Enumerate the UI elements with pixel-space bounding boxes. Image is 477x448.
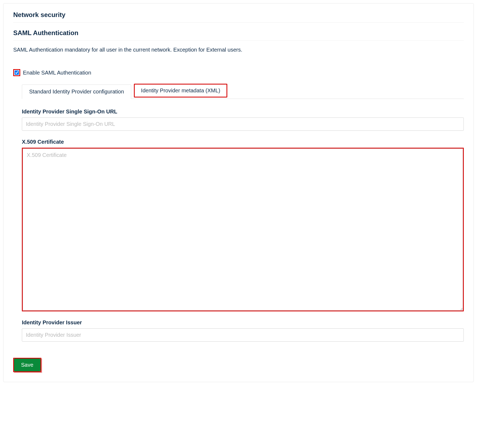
button-row: Save: [13, 358, 464, 372]
tab-idp-metadata[interactable]: Identity Provider metadata (XML): [134, 84, 227, 97]
enable-saml-highlight: [13, 69, 20, 76]
issuer-input[interactable]: [22, 328, 464, 342]
certificate-textarea[interactable]: [23, 149, 463, 311]
certificate-highlight: [22, 148, 464, 311]
section-title: SAML Authentication: [13, 29, 464, 41]
certificate-group: X.509 Certificate: [22, 139, 464, 311]
certificate-label: X.509 Certificate: [22, 139, 464, 145]
enable-saml-checkbox[interactable]: [15, 70, 19, 75]
sso-url-input[interactable]: [22, 117, 464, 131]
issuer-label: Identity Provider Issuer: [22, 319, 464, 326]
issuer-group: Identity Provider Issuer: [22, 319, 464, 342]
save-button[interactable]: Save: [14, 359, 40, 371]
save-button-highlight: Save: [13, 358, 41, 372]
form-section: Identity Provider Single Sign-On URL X.5…: [22, 109, 464, 342]
tabs-container: Standard Identity Provider configuration…: [22, 84, 464, 99]
tab-metadata-label: Identity Provider metadata (XML): [141, 87, 220, 93]
section-description: SAML Authentication mandatory for all us…: [13, 47, 464, 53]
enable-saml-label: Enable SAML Authentication: [23, 70, 91, 76]
tab-standard-label: Standard Identity Provider configuration: [29, 89, 124, 95]
tabs: Standard Identity Provider configuration…: [22, 84, 464, 99]
sso-url-label: Identity Provider Single Sign-On URL: [22, 109, 464, 115]
enable-saml-row: Enable SAML Authentication: [13, 69, 464, 76]
settings-panel: Network security SAML Authentication SAM…: [3, 3, 474, 382]
tab-standard-idp[interactable]: Standard Identity Provider configuration: [22, 85, 131, 99]
sso-url-group: Identity Provider Single Sign-On URL: [22, 109, 464, 131]
page-title: Network security: [13, 11, 464, 23]
